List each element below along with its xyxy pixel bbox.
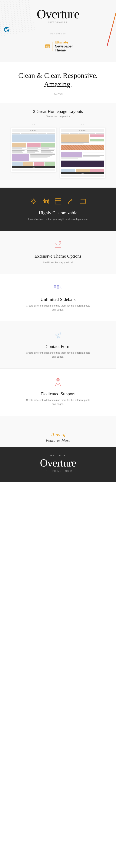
theme-badge: Ultimate Newspaper Theme	[4, 40, 112, 52]
sidebars-icon	[54, 284, 62, 292]
svg-point-62	[58, 379, 59, 380]
pencil-icon	[66, 197, 75, 206]
svg-rect-27	[47, 203, 48, 203]
get-section: Get Your Overture Experience Now	[0, 447, 116, 482]
tagline-line1: Clean & Clear. Responsive.	[18, 71, 98, 80]
hero-title: Overture	[4, 7, 112, 21]
hero-subtitle: NEWSPAPER	[4, 21, 112, 24]
svg-rect-26	[45, 203, 46, 203]
svg-point-58	[61, 287, 61, 288]
calendar-icon	[41, 197, 50, 206]
contact-icons	[6, 331, 110, 339]
theme-options-icon	[54, 240, 62, 249]
tagline-line2: Amazing.	[44, 80, 72, 88]
contact-section: Contact Form Create different sidebars t…	[0, 321, 116, 368]
customizable-desc: Tons of options that let you wright arti…	[26, 217, 90, 221]
tons-sublabel: Features More	[6, 438, 110, 443]
svg-point-0	[4, 27, 9, 32]
layout-num-1: # 1	[11, 123, 56, 126]
layout-preview-2: Overture	[60, 127, 105, 178]
support-desc: Create different sidebars to use them fo…	[26, 398, 90, 406]
svg-rect-36	[55, 243, 61, 248]
svg-rect-40	[60, 243, 60, 243]
tagline-title: Clean & Clear. Responsive. Amazing.	[7, 71, 109, 89]
overture-divider: Overture	[7, 92, 109, 96]
get-title: Overture	[6, 458, 110, 468]
layout-item-2: # 2 Overture	[60, 123, 105, 178]
contact-icon	[54, 331, 62, 339]
layout-preview-1: Overture	[11, 127, 56, 172]
support-icons	[6, 378, 110, 386]
layout-icon	[54, 197, 62, 206]
svg-rect-39	[60, 242, 60, 242]
svg-rect-50	[54, 287, 56, 288]
support-section: Dedicated Support Create different sideb…	[0, 368, 116, 416]
contact-desc: Create different sidebars to use them fo…	[26, 351, 90, 359]
tagline-section: Clean & Clear. Responsive. Amazing. Over…	[0, 62, 116, 103]
layout-num-2: # 2	[60, 123, 105, 126]
svg-line-31	[71, 200, 72, 200]
sidebars-desc: Create different sidebars to use them fo…	[26, 304, 90, 312]
tons-plus: +	[6, 424, 110, 430]
svg-point-60	[56, 378, 60, 381]
badge-ultimate: Ultimate	[55, 40, 68, 44]
svg-rect-22	[44, 201, 45, 202]
sidebars-section: Unlimited Sidebars Create different side…	[0, 274, 116, 321]
theme-options-title: Extensive Theme Options	[6, 254, 110, 259]
svg-point-8	[32, 200, 35, 203]
svg-rect-11	[33, 203, 34, 204]
svg-rect-16	[31, 203, 32, 204]
get-experience: Experience Now	[6, 470, 110, 472]
tons-section: + Tons of Features More	[0, 416, 116, 447]
theme-badge-text: Ultimate Newspaper Theme	[55, 40, 73, 52]
sidebars-title: Unlimited Sidebars	[6, 297, 110, 302]
layouts-grid: # 1 Overture	[6, 123, 110, 178]
theme-options-section: Extensive Theme Options It will look the…	[0, 231, 116, 274]
svg-rect-15	[34, 203, 35, 204]
tons-label-line	[50, 437, 66, 437]
svg-rect-23	[45, 201, 46, 202]
customizable-title: Highly Customizable	[6, 210, 110, 215]
svg-point-61	[57, 379, 58, 380]
badge-line1: Newspaper	[55, 44, 73, 48]
svg-rect-49	[54, 287, 56, 287]
svg-rect-41	[59, 242, 60, 243]
theme-options-desc: It will look the way you like!	[26, 260, 90, 265]
theme-options-icons	[6, 240, 110, 249]
customizable-icons	[6, 197, 110, 206]
svg-marker-63	[57, 383, 59, 385]
svg-rect-55	[57, 288, 59, 288]
svg-rect-12	[31, 201, 32, 202]
svg-rect-24	[47, 201, 48, 202]
get-label: Get Your	[6, 454, 110, 457]
theme-badge-icon	[43, 42, 52, 51]
badge-line2: Theme	[55, 49, 66, 52]
svg-rect-56	[57, 288, 59, 289]
layouts-section: 2 Great Homepage Layouts Choose the one …	[0, 103, 116, 187]
sidebars-icons	[6, 284, 110, 292]
list-icon	[78, 197, 87, 206]
svg-rect-14	[31, 199, 32, 200]
tons-label-wrap: Tons of	[50, 432, 66, 438]
layouts-subtitle: Choose the one you like!	[6, 115, 110, 118]
contact-title: Contact Form	[6, 344, 110, 349]
svg-rect-3	[46, 46, 47, 48]
support-icon	[54, 378, 62, 386]
gear-icon	[29, 197, 38, 206]
svg-point-9	[33, 201, 34, 202]
wordpress-text: WORDPRESS	[4, 33, 112, 35]
wordpress-logo: WORDPRESS	[4, 27, 112, 35]
layouts-title: 2 Great Homepage Layouts	[6, 109, 110, 114]
svg-rect-54	[57, 287, 59, 288]
support-title: Dedicated Support	[6, 391, 110, 396]
divider-text: Overture	[50, 92, 66, 95]
svg-rect-51	[54, 288, 56, 288]
layout-item-1: # 1 Overture	[11, 123, 56, 178]
svg-rect-10	[33, 198, 34, 199]
svg-rect-13	[35, 201, 36, 202]
svg-rect-25	[44, 203, 45, 203]
customizable-section: Highly Customizable Tons of options that…	[0, 187, 116, 231]
svg-rect-17	[34, 199, 35, 200]
hero-section: Overture NEWSPAPER WORDPRESS Ultimate Ne…	[0, 0, 116, 62]
svg-rect-42	[61, 242, 61, 243]
